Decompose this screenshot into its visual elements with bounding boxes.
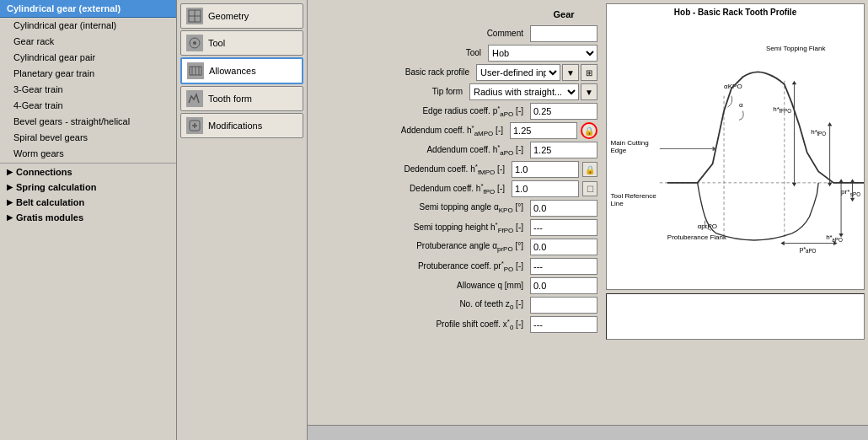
addendum-aMPO-label: Addendum coeff. h*aMPO [-] xyxy=(313,124,506,138)
bottom-curve xyxy=(716,233,792,240)
gear-column-header: Gear xyxy=(530,9,597,19)
addendum-aMPO-lock-btn[interactable]: 🔒 xyxy=(581,122,597,139)
sidebar-item-spiral-bevel[interactable]: Spiral bevel gears xyxy=(3,130,176,146)
tip-form-select[interactable]: Radius with straight... xyxy=(469,83,579,100)
sidebar-item-cylindrical-pair[interactable]: Cylindrical gear pair xyxy=(3,50,176,66)
profile-shift-input[interactable] xyxy=(530,316,597,333)
tool-select[interactable]: Hob xyxy=(488,45,597,62)
form-panel: Gear Comment Tool Hob Basic rack profile xyxy=(308,0,603,423)
svg-point-4 xyxy=(193,41,196,45)
sidebar-group-belt[interactable]: ▶ Belt calculation xyxy=(0,195,176,210)
tab-modifications[interactable]: Modifications xyxy=(180,113,303,138)
diagram-svg: Semi Topping Flank αKPO Main Cutting Edg… xyxy=(607,19,864,271)
dedendum-fMPO-lock-btn[interactable]: 🔒 xyxy=(582,162,597,177)
semi-topping-label: Semi Topping Flank xyxy=(766,45,827,52)
allowance-q-input[interactable] xyxy=(530,277,597,294)
bottom-textarea[interactable] xyxy=(606,293,865,340)
basic-rack-select-group: User-defined input ▼ ⊞ xyxy=(476,64,597,81)
dedendum-fMPO-row: Dedendum coeff. h*fMPO [-] 🔒 xyxy=(313,160,597,179)
dedendum-fMPO-label: Dedendum coeff. h*fMPO [-] xyxy=(313,163,508,177)
tip-form-dropdown-btn[interactable]: ▼ xyxy=(581,83,597,100)
basic-rack-dropdown-btn[interactable]: ▼ xyxy=(562,64,579,81)
sidebar-item-3gear[interactable]: 3-Gear train xyxy=(3,82,176,98)
sidebar-item-gear-rack[interactable]: Gear rack xyxy=(3,34,176,50)
tab-tooth-form[interactable]: Tooth form xyxy=(180,86,303,111)
protuberance-flank-label: Protuberance Flank xyxy=(667,233,727,241)
diagram-title: Hob - Basic Rack Tooth Profile xyxy=(607,4,864,19)
protuberance-angle-input[interactable] xyxy=(530,239,597,255)
profile-shift-row: Profile shift coeff. x*0 [-] xyxy=(313,315,597,334)
hfPO-arrow-top xyxy=(828,122,832,126)
diagram-panel: Hob - Basic Rack Tooth Profile Semi Topp… xyxy=(603,0,868,423)
tip-form-select-group: Radius with straight... ▼ xyxy=(469,83,597,100)
sidebar-item-4gear[interactable]: 4-Gear train xyxy=(3,98,176,114)
main-cutting-edge-label: Main Cutting xyxy=(610,139,648,147)
sidebar-item-bevel[interactable]: Bevel gears - straight/helical xyxy=(3,114,176,130)
tip-form-row: Tip form Radius with straight... ▼ xyxy=(313,83,597,101)
semi-topping-height-row: Semi topping height h*FfPO [-] xyxy=(313,218,597,237)
tab-geometry[interactable]: Geometry xyxy=(180,3,303,29)
bottom-section xyxy=(606,293,865,340)
gratis-label: Gratis modules xyxy=(16,212,83,223)
no-teeth-input[interactable] xyxy=(530,297,597,314)
dedendum-fPO-lock-btn[interactable]: ☐ xyxy=(582,181,597,196)
sidebar-item-cylindrical-internal[interactable]: Cylindrical gear (internal) xyxy=(3,18,176,34)
dedendum-fMPO-input[interactable] xyxy=(512,161,579,178)
sidebar-group-gratis[interactable]: ▶ Gratis modules xyxy=(0,210,176,225)
belt-label: Belt calculation xyxy=(16,197,84,207)
main-container: Cylindrical gear (external) Cylindrical … xyxy=(0,0,868,440)
belt-arrow-icon: ▶ xyxy=(7,198,13,207)
sidebar-item-worm[interactable]: Worm gears xyxy=(3,146,176,162)
tab-tool[interactable]: Tool xyxy=(180,30,303,56)
main-content: Gear Comment Tool Hob Basic rack profile xyxy=(308,0,868,440)
alpha-label: α xyxy=(739,101,743,109)
sidebar-item-planetary[interactable]: Planetary gear train xyxy=(3,66,176,82)
addendum-aMPO-input[interactable] xyxy=(510,122,577,139)
spring-arrow-icon: ▶ xyxy=(7,183,13,191)
comment-input[interactable] xyxy=(530,25,597,42)
hfFPO-arrow-bot xyxy=(792,183,796,186)
dedendum-fPO-input[interactable] xyxy=(512,180,579,197)
addendum-aPO-row: Addendum coeff. h*aPO [-] xyxy=(313,141,597,159)
sidebar-group-spring[interactable]: ▶ Spring calculation xyxy=(0,180,176,195)
comment-label: Comment xyxy=(313,29,527,39)
tab-allowances-label: Allowances xyxy=(209,66,256,76)
paPO-arrow-left xyxy=(780,241,784,245)
semi-topping-height-input[interactable] xyxy=(530,219,597,236)
no-teeth-label: No. of teeth z0 [-] xyxy=(313,299,527,312)
sidebar: Cylindrical gear (external) Cylindrical … xyxy=(0,0,177,440)
basic-rack-edit-btn[interactable]: ⊞ xyxy=(581,64,597,81)
basic-rack-select[interactable]: User-defined input xyxy=(476,64,560,81)
edge-radius-input[interactable]: 0.25 xyxy=(530,103,597,120)
diagram-box: Hob - Basic Rack Tooth Profile Semi Topp… xyxy=(606,3,865,290)
sidebar-group-connections[interactable]: ▶ Connections xyxy=(0,164,176,180)
addendum-aPO-input[interactable] xyxy=(530,142,597,158)
haPO-arrow-top xyxy=(839,179,843,182)
tool-ref-label2: Line xyxy=(610,200,624,207)
basic-rack-label: Basic rack profile xyxy=(313,67,473,78)
semi-topping-angle-input[interactable] xyxy=(530,200,597,217)
tool-ref-label: Tool Reference xyxy=(610,192,656,200)
gratis-arrow-icon: ▶ xyxy=(7,213,13,222)
hfPO-arrow-bot xyxy=(828,183,832,186)
sidebar-header: Cylindrical gear (external) xyxy=(0,0,176,18)
tab-geometry-label: Geometry xyxy=(208,11,249,21)
tooth-form-icon xyxy=(186,90,203,107)
prsPO-sub: sPO xyxy=(850,191,860,197)
protuberance-coeff-input[interactable] xyxy=(530,258,597,275)
protuberance-coeff-row: Protuberance coeff. pr*PO [-] xyxy=(313,257,597,276)
bottom-bar xyxy=(308,425,868,440)
protuberance-coeff-label: Protuberance coeff. pr*PO [-] xyxy=(313,260,527,274)
hfPO-sub: fPO xyxy=(817,131,826,137)
hfFPO-sub: fFPO xyxy=(780,108,792,114)
tab-allowances[interactable]: Allowances xyxy=(180,57,303,84)
protuberance-angle-label: Protuberance angle αprPO [°] xyxy=(313,241,527,254)
tool-icon xyxy=(186,35,203,51)
semi-topping-angle-row: Semi topping angle αKPO [°] xyxy=(313,199,597,217)
tool-row: Tool Hob xyxy=(313,44,597,62)
paPO-sub: aPO xyxy=(806,248,817,254)
addendum-aMPO-row: Addendum coeff. h*aMPO [-] 🔒 xyxy=(313,121,597,140)
gear-header-row: Gear xyxy=(313,5,597,24)
edge-radius-row: Edge radius coeff. p*aPO [-] 0.25 xyxy=(313,102,597,121)
edge-radius-label: Edge radius coeff. p*aPO [-] xyxy=(313,105,527,119)
